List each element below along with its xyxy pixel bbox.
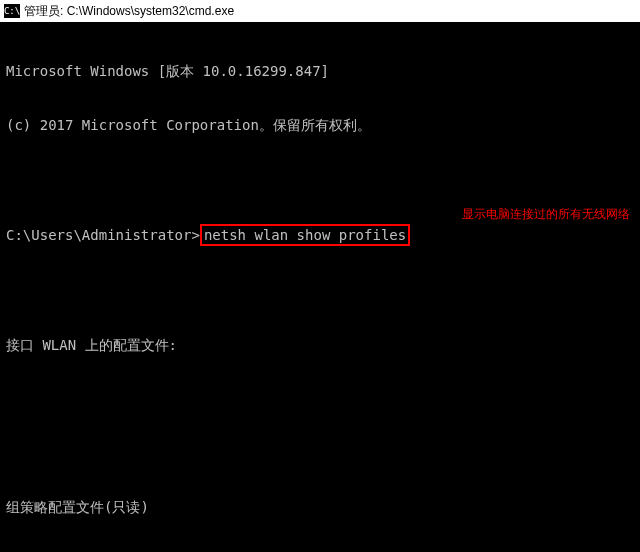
- interface-heading: 接口 WLAN 上的配置文件:: [6, 336, 634, 354]
- command-text: netsh wlan show profiles: [204, 227, 406, 243]
- window-titlebar: C:\ 管理员: C:\Windows\system32\cmd.exe: [0, 0, 640, 22]
- annotation-text: 显示电脑连接过的所有无线网络: [462, 206, 630, 223]
- prompt-line: C:\Users\Administrator>netsh wlan show p…: [6, 224, 634, 246]
- cmd-icon: C:\: [4, 4, 20, 18]
- window-title: 管理员: C:\Windows\system32\cmd.exe: [24, 3, 234, 20]
- group-policy-heading: 组策略配置文件(只读): [6, 498, 634, 516]
- terminal-output[interactable]: Microsoft Windows [版本 10.0.16299.847] (c…: [0, 22, 640, 552]
- command-highlight-box: netsh wlan show profiles: [200, 224, 410, 246]
- version-line: Microsoft Windows [版本 10.0.16299.847]: [6, 62, 634, 80]
- prompt-path: C:\Users\Administrator>: [6, 227, 200, 243]
- copyright-line: (c) 2017 Microsoft Corporation。保留所有权利。: [6, 116, 634, 134]
